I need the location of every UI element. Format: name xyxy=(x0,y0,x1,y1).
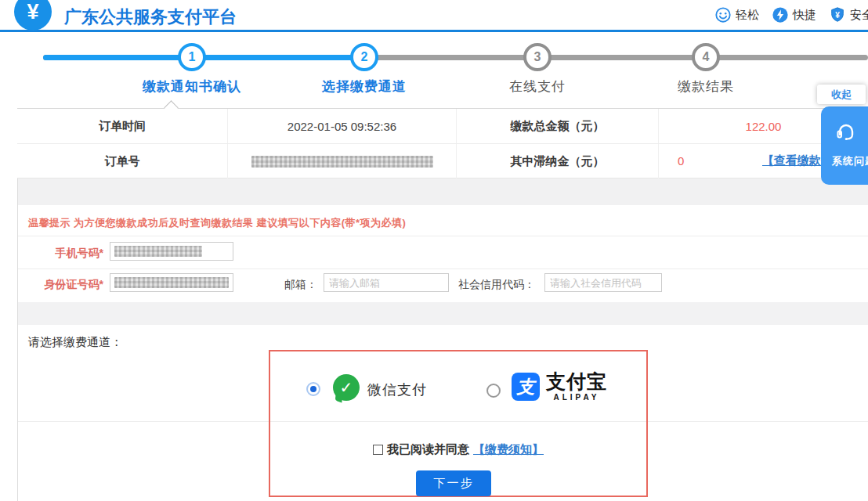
feature-label: 快捷 xyxy=(793,8,816,23)
wechat-pay-label[interactable]: 微信支付 xyxy=(367,380,427,399)
divider xyxy=(18,269,868,269)
radio-dot xyxy=(310,386,316,392)
step-circle-1: 1 xyxy=(178,43,206,71)
wechat-radio[interactable] xyxy=(306,382,320,396)
feature-easy: 轻松 xyxy=(714,6,759,23)
page-title: 广东公共服务支付平台 xyxy=(64,5,237,29)
alipay-cn-label: 支付宝 xyxy=(546,371,607,393)
next-step-button[interactable]: 下一步 xyxy=(416,470,491,496)
shield-icon: ¥ xyxy=(829,6,846,23)
help-widget[interactable]: 系统问题 xyxy=(821,106,868,185)
alipay-icon: 支 xyxy=(512,373,540,401)
agree-row: 我已阅读并同意 【缴费须知】 xyxy=(270,442,646,457)
step-circle-4: 4 xyxy=(692,43,720,71)
channel-select-box: ✓ 微信支付 支 支付宝 ALIPAY 我已阅读并同意 【缴费须知】 下一步 xyxy=(269,350,648,497)
table-row: 订单时间 2022-01-05 09:52:36 缴款总金额（元） 122.00 xyxy=(17,109,868,144)
order-no-value xyxy=(227,144,456,179)
id-number-label: 身份证号码* xyxy=(16,278,103,292)
step-circle-3: 3 xyxy=(523,43,552,71)
phone-label: 手机号码* xyxy=(16,247,103,261)
help-widget-label: 系统问题 xyxy=(832,154,868,168)
agree-checkbox[interactable] xyxy=(373,445,383,455)
warm-notice-text: 温馨提示 为方便您缴款成功后及时查询缴款结果 建议填写以下内容(带*项为必填) xyxy=(28,216,406,230)
feature-fast: 快捷 xyxy=(772,6,816,23)
step-label-pay-result: 缴款结果 xyxy=(635,77,776,96)
collapse-button[interactable]: 收起 xyxy=(817,85,866,104)
lightning-icon xyxy=(772,6,789,23)
credit-code-label: 社会信用代码： xyxy=(458,278,535,292)
divider xyxy=(18,236,868,236)
email-label: 邮箱： xyxy=(284,278,317,292)
redacted-order-number xyxy=(251,156,433,168)
order-time-label: 订单时间 xyxy=(17,109,227,143)
step-label-select-channel: 选择缴费通道 xyxy=(294,77,435,96)
step-label-confirm-notice: 缴款通知书确认 xyxy=(121,77,262,96)
feature-safe: ¥ 安全 xyxy=(829,6,868,23)
redacted-id-value xyxy=(114,277,229,288)
wechat-pay-icon: ✓ xyxy=(333,374,360,401)
credit-code-input[interactable] xyxy=(544,273,662,292)
late-fee-label: 其中滞纳金（元） xyxy=(456,144,658,179)
feature-label: 轻松 xyxy=(736,8,759,23)
step-circle-2: 2 xyxy=(350,43,378,71)
step-label-online-pay: 在线支付 xyxy=(467,77,608,96)
feature-label: 安全 xyxy=(850,8,868,23)
order-summary-table: 订单时间 2022-01-05 09:52:36 缴款总金额（元） 122.00… xyxy=(17,108,868,178)
headset-icon xyxy=(832,133,860,146)
table-row: 订单号 其中滞纳金（元） 0 【查看缴款书明细】 xyxy=(17,144,868,179)
header-features: 轻松 快捷 ¥ 安全 xyxy=(714,6,868,23)
section-divider-band xyxy=(18,178,868,205)
agree-text: 我已阅读并同意 xyxy=(387,442,469,457)
stepper-track-progress xyxy=(43,55,378,60)
total-amount-label: 缴款总金额（元） xyxy=(456,109,658,143)
svg-text:¥: ¥ xyxy=(835,11,840,20)
redacted-phone-value xyxy=(114,246,202,257)
payment-notice-link[interactable]: 【缴费须知】 xyxy=(473,442,544,457)
alipay-en-label: ALIPAY xyxy=(546,393,607,402)
section-divider-band xyxy=(18,302,868,325)
alipay-wordmark[interactable]: 支付宝 ALIPAY xyxy=(546,371,607,402)
payment-platform-page: ¥ 广东公共服务支付平台 轻松 快捷 ¥ 安全 1 2 3 4 缴款通知书确认 … xyxy=(0,0,868,501)
order-time-value: 2022-01-05 09:52:36 xyxy=(227,109,456,143)
late-fee-value: 0 xyxy=(678,154,684,168)
alipay-radio[interactable] xyxy=(486,384,501,398)
email-input[interactable] xyxy=(324,273,449,292)
channel-prompt: 请选择缴费通道： xyxy=(28,335,122,350)
smiley-icon xyxy=(714,6,732,23)
order-no-label: 订单号 xyxy=(17,144,227,179)
